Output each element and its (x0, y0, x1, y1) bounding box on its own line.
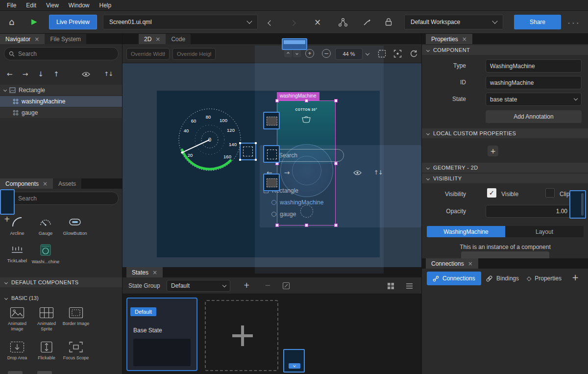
visibility-label: Visibility (422, 191, 466, 198)
menu-window[interactable]: Window (64, 2, 95, 9)
home-icon[interactable]: ⌂ (9, 17, 14, 27)
navigator-item-rectangle[interactable]: Rectangle (0, 85, 122, 96)
grid-view-icon[interactable] (387, 282, 394, 290)
ellipsis-icon[interactable]: ••• (567, 21, 581, 26)
menu-file[interactable]: File (2, 2, 21, 9)
back-button[interactable] (269, 20, 272, 26)
paint-brush-icon[interactable] (363, 18, 371, 26)
tab-assets[interactable]: Assets (53, 178, 81, 189)
node-graph-icon[interactable] (338, 18, 348, 27)
menu-edit[interactable]: Edit (21, 2, 41, 9)
play-icon[interactable]: ▶ (31, 17, 37, 26)
add-custom-property-button[interactable]: + (488, 146, 498, 156)
default-components-header[interactable]: DEFAULT COMPONENTS (0, 277, 122, 287)
eye-icon[interactable] (82, 72, 90, 77)
basic-item-animated-sprite[interactable]: Animated Sprite (32, 306, 61, 331)
edit-base-component-button[interactable] (461, 251, 549, 258)
add-state-card[interactable] (205, 300, 278, 371)
library-item-gauge[interactable]: Gauge (30, 216, 61, 236)
button-label: Connections (442, 275, 475, 282)
forward-button[interactable] (291, 20, 295, 26)
edit-state-icon[interactable] (282, 282, 290, 290)
arrow-right-icon[interactable]: → (23, 70, 28, 78)
connections-button[interactable]: Connections (427, 272, 481, 285)
list-view-icon[interactable] (406, 283, 413, 289)
file-dropdown[interactable]: Screen01.ui.qml (103, 15, 258, 29)
visible-checkbox[interactable]: ✓ (487, 188, 496, 198)
lock-icon[interactable] (384, 17, 393, 26)
geometry-section-header[interactable]: GEOMETRY - 2D (422, 163, 588, 173)
override-height-field[interactable] (172, 48, 216, 60)
tab-properties[interactable]: Properties × (426, 34, 472, 44)
close-icon[interactable]: × (462, 36, 467, 43)
tab-label: Connections (431, 260, 464, 267)
navigator-item-gauge[interactable]: gauge (0, 107, 122, 118)
basic-item-focus-scope[interactable]: Focus Scope (62, 341, 90, 361)
live-preview-button[interactable]: Live Preview (49, 15, 97, 29)
tab-2d[interactable]: 2D × (139, 34, 166, 44)
add-connection-icon[interactable]: + (572, 273, 579, 282)
state-dropdown[interactable]: base state (486, 93, 582, 106)
editor-tabbar: 2D × Code (122, 34, 421, 44)
tab-states[interactable]: States × (126, 267, 163, 277)
sort-icon[interactable]: ↑↓ (104, 71, 113, 77)
fit-frame-icon[interactable] (393, 50, 402, 58)
tab-connections[interactable]: Connections × (426, 258, 478, 269)
basic-item-drop-area[interactable]: Drop Area (3, 341, 31, 361)
bindings-button[interactable]: Bindings (482, 272, 523, 285)
menu-help[interactable]: Help (95, 2, 117, 9)
library-item-glowbutton[interactable]: GlowButton (60, 216, 90, 236)
close-icon[interactable]: × (34, 36, 39, 43)
state-label: State (422, 96, 466, 102)
arrow-left-icon[interactable]: ← (7, 70, 13, 78)
local-custom-properties-header[interactable]: LOCAL CUSTOM PROPERTIES (422, 128, 588, 138)
visibility-section-header[interactable]: VISIBILITY (422, 174, 588, 183)
components-search[interactable] (4, 192, 119, 205)
override-height-input[interactable] (177, 51, 211, 57)
override-width-input[interactable] (131, 51, 165, 57)
state-card-default[interactable]: Default Base State (126, 298, 197, 371)
basic-item-border-image[interactable]: Border Image (62, 306, 90, 326)
close-icon[interactable]: × (155, 36, 160, 43)
id-field[interactable]: washingMachine (486, 76, 582, 89)
tab-layout[interactable]: Layout (505, 226, 584, 237)
component-section-header[interactable]: COMPONENT (422, 45, 588, 55)
tab-file-system[interactable]: File System (45, 34, 86, 44)
menu-view[interactable]: View (41, 2, 64, 9)
basic-section-header[interactable]: BASIC (13) (5, 295, 39, 301)
properties-button[interactable]: ◇ Properties (523, 272, 565, 285)
tab-navigator[interactable]: Navigator × (0, 34, 45, 44)
tab-washingmachine[interactable]: WashingMachine (427, 226, 505, 237)
opacity-field[interactable]: 1.00 (486, 205, 572, 218)
tab-code[interactable]: Code (166, 34, 191, 44)
workspace-dropdown[interactable]: Default Workspace (404, 15, 503, 29)
arrow-down-icon[interactable]: ↓ (38, 70, 44, 78)
clip-checkbox[interactable] (545, 188, 555, 198)
canvas-gauge[interactable]: 20 40 60 80 100 120 140 160 0 (168, 98, 251, 181)
type-field[interactable]: WashingMachine (486, 59, 582, 73)
tab-label: Properties (431, 36, 458, 43)
add-state-group-icon[interactable]: + (244, 281, 250, 290)
state-group-dropdown[interactable]: Default (167, 280, 230, 292)
library-item-label: Gauge (39, 230, 53, 236)
share-button[interactable]: Share (514, 15, 561, 29)
expander-icon[interactable] (3, 88, 7, 91)
library-item-ticklabel[interactable]: TickLabel (2, 244, 32, 263)
search-input[interactable] (18, 195, 114, 202)
override-width-field[interactable] (126, 48, 170, 60)
add-annotation-button[interactable]: Add Annotation (486, 110, 582, 123)
library-item-washingmachine[interactable]: Washi...chine (30, 244, 61, 264)
refresh-icon[interactable] (410, 50, 418, 58)
close-icon[interactable]: × (43, 180, 48, 187)
tab-components[interactable]: Components × (0, 178, 53, 189)
close-icon[interactable]: × (468, 260, 473, 267)
navigator-search[interactable] (4, 47, 119, 60)
basic-item-animated-image[interactable]: Animated Image (3, 306, 31, 331)
close-icon[interactable]: × (152, 269, 157, 276)
close-document-icon[interactable]: × (314, 17, 321, 27)
remove-state-group-icon[interactable]: − (265, 281, 271, 290)
arrow-up-icon[interactable]: ↑ (53, 70, 59, 78)
search-input[interactable] (18, 50, 114, 57)
basic-item-flickable[interactable]: Flickable (32, 341, 61, 361)
navigator-item-washingmachine[interactable]: washingMachine (0, 96, 122, 107)
